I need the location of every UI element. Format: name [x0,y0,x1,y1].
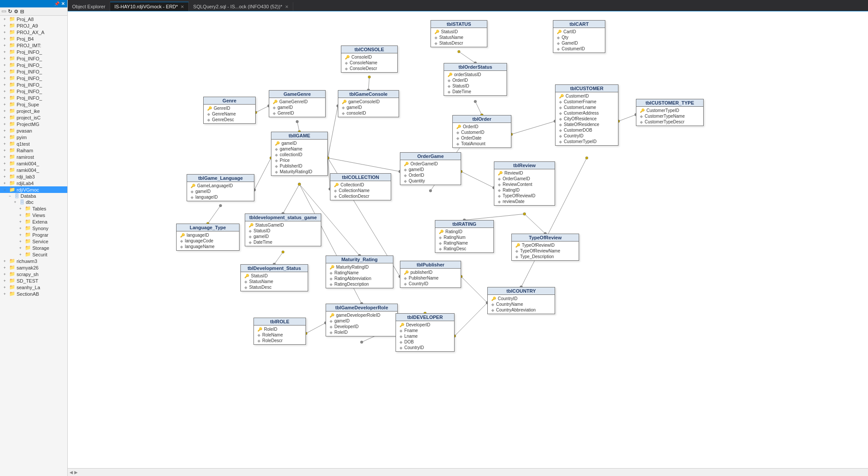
tab-erd[interactable]: IS-HAY10.rdjiVGmock - ERD*✕ [110,2,189,11]
sidebar-item-projinfo[interactable]: + 📁 Proj_INFO_ [0,88,67,94]
erd-table-tblSTATUS[interactable]: tblSTATUS 🔑StatusID◆StatusName◆StatusDes… [431,20,487,47]
expand-icon[interactable]: + [3,37,8,41]
expand-icon[interactable]: + [3,83,8,87]
erd-canvas[interactable]: tblSTATUS 🔑StatusID◆StatusName◆StatusDes… [68,11,868,468]
sidebar-item-pvasan[interactable]: + 📁 pvasan [0,127,67,134]
collapse-icon[interactable]: ⊟ [20,9,24,14]
sidebar-item-q1test[interactable]: + 📁 q1test [0,140,67,147]
sidebar-item-projinfo[interactable]: + 📁 Proj_INFO_ [0,94,67,101]
sidebar-item-projinfo[interactable]: + 📁 Proj_INFO_ [0,81,67,88]
sidebar-item-seanhyla[interactable]: + 📁 seanhy_La [0,284,67,290]
sidebar-item-prograr[interactable]: + 📁 Prograr [0,231,67,238]
erd-table-GameGenre[interactable]: GameGenre 🔑GameGenreID◆gameID◆GenreID [269,90,326,117]
sidebar-item-storage[interactable]: + 📁 Storage [0,245,67,251]
tab-sql-query[interactable]: SQLQuery2.sql - IS...ock (INFO430 (52))*… [189,2,293,11]
erd-table-Language_Type[interactable]: Language_Type 🔑languageID◆languageCode◆l… [176,224,240,251]
expand-icon[interactable]: + [3,135,8,140]
expand-icon[interactable]: + [19,246,24,250]
expand-icon[interactable]: + [19,252,24,257]
expand-icon[interactable]: + [19,233,24,237]
connect-button[interactable] [2,10,6,12]
erd-table-Genre[interactable]: Genre 🔑GenreID◆GenreName◆GenreDesc [203,97,256,124]
sidebar-item-projinfo[interactable]: + 📁 Proj_INFO_ [0,62,67,68]
tab-close-icon[interactable]: ✕ [181,4,184,9]
sidebar-item-sdtest[interactable]: + 📁 SD_TEST [0,277,67,284]
erd-table-tblGame_Language[interactable]: tblGame_Language 🔑GameLanguageID◆gameID◆… [187,174,254,201]
expand-icon[interactable]: + [3,292,8,296]
expand-icon[interactable]: + [3,148,8,153]
expand-icon[interactable]: + [19,239,24,244]
expand-icon[interactable]: + [3,56,8,61]
erd-table-tblIGAME[interactable]: tblIGAME 🔑gameID◆gameName◆collectionID◆P… [271,132,328,176]
expand-icon[interactable]: + [3,285,8,290]
expand-icon[interactable]: + [3,129,8,133]
expand-icon[interactable]: + [14,200,18,204]
expand-icon[interactable]: + [3,161,8,166]
expand-icon[interactable]: + [3,50,8,54]
sidebar-item-views[interactable]: + 📁 Views [0,212,67,218]
sidebar-item-projectisc[interactable]: + 📁 project_isC [0,114,67,121]
sidebar-item-projinfo[interactable]: + 📁 Proj_INFO_ [0,75,67,81]
sidebar-item-projimt[interactable]: + 📁 PROJ_IMT: [0,42,67,49]
erd-table-tblDEVELOPER[interactable]: tblDEVELOPER 🔑DeveloperID◆Fname◆Lname◆DO… [396,313,455,352]
expand-icon[interactable]: + [3,24,8,28]
erd-table-tblGameDeveloperRole[interactable]: tblGameDeveloperRole 🔑gameDeveloperRoleI… [326,304,398,336]
sidebar-item-ramki004[interactable]: + 📁 ramki004_ [0,160,67,167]
expand-icon[interactable]: + [19,213,24,217]
sidebar-item-service[interactable]: + 📁 Service [0,238,67,245]
sidebar-item-richuwm3[interactable]: + 📁 richuwm3 [0,258,67,264]
expand-icon[interactable]: + [3,272,8,276]
sidebar-item-scrapysh[interactable]: + 📁 scrapy_sh [0,271,67,277]
erd-table-tblDevelopment_Status[interactable]: tblDevelopment_Status 🔑StatusID◆StatusNa… [240,264,308,291]
expand-icon[interactable]: + [3,279,8,283]
sidebar-item-projb4[interactable]: + 📁 Proj_B4 [0,35,67,42]
sidebar-item-ramki004[interactable]: + 📁 ramki004_ [0,167,67,173]
sidebar-item-projinfo[interactable]: + 📁 Proj_INFO_ [0,55,67,62]
sidebar-item-projectike[interactable]: + 📁 project_ike [0,108,67,114]
sidebar-item-tables[interactable]: + 📁 Tables [0,205,67,212]
sidebar-item-projaxa[interactable]: + 📁 PROJ_AX_A [0,29,67,35]
close-sidebar-icon[interactable]: ✕ [61,1,65,6]
erd-table-tblCOLLECTION[interactable]: tblCOLLECTION 🔑CollectionID◆CollectionNa… [330,173,391,200]
refresh-icon[interactable]: ↻ [8,8,12,14]
expand-icon[interactable]: + [3,17,8,21]
expand-icon[interactable]: + [3,30,8,35]
sidebar-item-rdjilab4[interactable]: + 📁 rdjiLab4 [0,180,67,186]
filter-icon[interactable]: ⚙ [14,9,18,14]
expand-icon[interactable]: + [19,226,24,231]
erd-table-tblGameConsole[interactable]: tblGameConsole 🔑gameConsoleID◆gameID◆con… [338,90,399,117]
expand-icon[interactable]: + [3,175,8,179]
expand-icon[interactable]: + [3,266,8,270]
sidebar-item-proja8[interactable]: + 📁 Proj_A8 [0,16,67,22]
sidebar-item-projinfo[interactable]: + 📁 Proj_INFO_ [0,68,67,75]
erd-table-tblOrder[interactable]: tblOrder 🔑OrderID◆CustomerID◆OrderDate◆T… [452,115,511,148]
expand-icon[interactable]: + [3,181,8,186]
expand-icon[interactable]: + [3,102,8,107]
erd-table-TypeOfReview[interactable]: TypeOfReview 🔑TypeOfReviewID◆TypeOfRevie… [511,234,579,261]
erd-table-tblRATING[interactable]: tblRATING 🔑RatingID◆RatingNum◆RatingName… [435,220,494,253]
sidebar-item-projectmg[interactable]: + 📁 ProjectMG [0,121,67,127]
erd-table-Maturity_Rating[interactable]: Maturity_Rating 🔑MaturityRatingID◆Rating… [326,256,393,288]
sidebar-item-sectionab[interactable]: + 📁 SectionAB [0,290,67,297]
erd-table-tblPublisher[interactable]: tblPublisher 🔑publisherID◆PublisherName◆… [400,261,461,288]
erd-table-tblReview[interactable]: tblReview 🔑ReviewID◆OrderGameID◆ReviewCo… [494,161,555,206]
erd-table-tblCART[interactable]: tblCART 🔑CartID◆Qty◆GameID◆CostumerID [553,20,605,53]
erd-table-tblCONSOLE[interactable]: tblCONSOLE 🔑ConsoleID◆ConsoleName◆Consol… [341,46,398,73]
tab-close-icon[interactable]: ✕ [285,4,288,9]
expand-icon[interactable]: + [3,168,8,172]
sidebar-item-rdjilab3[interactable]: + 📁 rdji_lab3 [0,173,67,180]
tab-obj-explorer[interactable]: Object Explorer [68,2,110,11]
sidebar-item-databa[interactable]: − 🗄 Databa [0,193,67,199]
sidebar-item-synony[interactable]: + 📁 Synony [0,225,67,231]
expand-icon[interactable]: + [3,122,8,126]
expand-icon[interactable]: + [3,43,8,48]
sidebar-item-proja9[interactable]: + 📁 PROJ_A9 [0,22,67,29]
expand-icon[interactable]: + [3,116,8,120]
expand-icon[interactable]: + [3,142,8,146]
erd-table-tblROLE[interactable]: tblROLE 🔑RoleID◆RoleName◆RoleDescr [253,318,306,345]
sidebar-item-securit[interactable]: + 📁 Securit [0,251,67,258]
sidebar-item-projsupe[interactable]: + 📁 Proj_Supe [0,101,67,108]
expand-icon[interactable]: + [3,109,8,113]
expand-icon[interactable]: + [19,220,24,224]
expand-icon[interactable]: + [3,259,8,263]
